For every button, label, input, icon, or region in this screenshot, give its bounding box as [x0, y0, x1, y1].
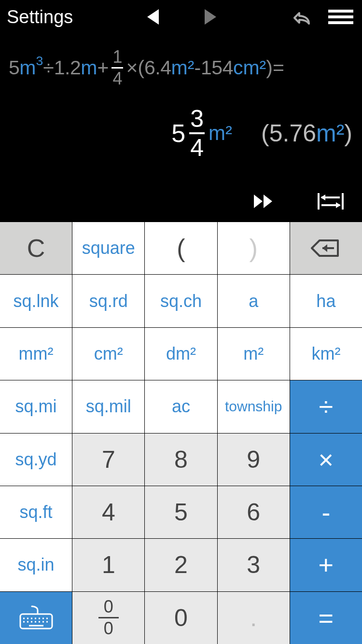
- display-area: 5 m 3 ÷ 1.2 m + 1 4 × ( 6.4 m² - 154 cm²…: [0, 34, 362, 222]
- expr-times: ×: [126, 58, 138, 78]
- hectare-button[interactable]: ha: [290, 275, 362, 327]
- expr-plus: +: [97, 58, 109, 78]
- sq-rd-button[interactable]: sq.rd: [72, 275, 144, 327]
- header-bar: Settings: [0, 0, 362, 34]
- are-button[interactable]: a: [218, 275, 290, 327]
- answer-whole: 5: [171, 119, 185, 148]
- fraction-num-label: 0: [104, 598, 113, 616]
- expr-div: ÷: [43, 58, 54, 78]
- svg-marker-10: [322, 244, 327, 252]
- fast-forward-icon[interactable]: [253, 193, 274, 210]
- sq-ft-button[interactable]: sq.ft: [0, 486, 72, 538]
- fraction-den-label: 0: [104, 620, 113, 637]
- expr-unit-1: m: [19, 58, 36, 78]
- sq-lnk-button[interactable]: sq.lnk: [0, 275, 72, 327]
- fraction-button[interactable]: 0 0: [72, 592, 144, 644]
- answer-mixed: 5 3 4 m²: [171, 107, 232, 160]
- cm2-button[interactable]: cm²: [72, 328, 144, 380]
- answers-row: 5 3 4 m² (5.76m²): [9, 107, 353, 160]
- answer-frac-den: 4: [189, 134, 205, 160]
- expr-fraction: 1 4: [111, 48, 123, 87]
- expr-num-4: 154: [201, 58, 233, 78]
- open-paren-button[interactable]: (: [145, 222, 217, 274]
- sq-mi-button[interactable]: sq.mi: [0, 380, 72, 433]
- one-button[interactable]: 1: [72, 539, 144, 591]
- expr-frac-den: 4: [111, 69, 123, 87]
- mm2-button[interactable]: mm²: [0, 328, 72, 380]
- answer-dec-val: 5.76: [269, 120, 316, 147]
- svg-marker-0: [254, 195, 263, 208]
- header-right: [291, 7, 353, 27]
- expr-num-2: 1.2: [54, 58, 81, 78]
- clear-button[interactable]: C: [0, 222, 72, 274]
- forward-arrow-icon[interactable]: [205, 9, 216, 25]
- equals-button[interactable]: =: [290, 592, 362, 644]
- km2-button[interactable]: km²: [290, 328, 362, 380]
- menu-icon[interactable]: [328, 10, 353, 24]
- answer-dec-close: ): [344, 120, 352, 147]
- square-toggle-button[interactable]: square: [72, 222, 144, 274]
- swap-icon[interactable]: [318, 191, 344, 211]
- fraction-icon: 0 0: [98, 598, 119, 637]
- divide-button[interactable]: ÷: [290, 380, 362, 433]
- add-button[interactable]: +: [290, 539, 362, 591]
- six-button[interactable]: 6: [218, 486, 290, 538]
- undo-icon[interactable]: [291, 7, 312, 27]
- expr-minus: -: [194, 58, 201, 78]
- svg-marker-7: [336, 202, 341, 208]
- expr-unit-2: m: [81, 58, 97, 78]
- expr-frac-num: 1: [111, 48, 123, 67]
- back-arrow-icon[interactable]: [147, 9, 159, 25]
- sq-yd-button[interactable]: sq.yd: [0, 434, 72, 486]
- two-button[interactable]: 2: [145, 539, 217, 591]
- multiply-button[interactable]: ×: [290, 434, 362, 486]
- answer-dec-open: (: [261, 120, 269, 147]
- answer-fraction: 3 4: [189, 107, 205, 160]
- three-button[interactable]: 3: [218, 539, 290, 591]
- eight-button[interactable]: 8: [145, 434, 217, 486]
- nine-button[interactable]: 9: [218, 434, 290, 486]
- subtract-button[interactable]: -: [290, 486, 362, 538]
- answer-unit: m²: [209, 122, 232, 145]
- decimal-point-button[interactable]: .: [218, 592, 290, 644]
- sq-ch-button[interactable]: sq.ch: [145, 275, 217, 327]
- keyboard-icon: [18, 605, 54, 630]
- backspace-icon: [311, 238, 341, 258]
- keypad: C square ( ) sq.lnk sq.rd sq.ch a ha mm²…: [0, 222, 362, 644]
- five-button[interactable]: 5: [145, 486, 217, 538]
- zero-button[interactable]: 0: [145, 592, 217, 644]
- acre-button[interactable]: ac: [145, 380, 217, 433]
- close-paren-button[interactable]: ): [218, 222, 290, 274]
- expr-num-3: 6.4: [144, 58, 171, 78]
- answer-decimal: (5.76m²): [261, 119, 352, 147]
- expr-unit-4: cm²: [233, 58, 266, 78]
- expr-open: (: [138, 58, 144, 78]
- expression: 5 m 3 ÷ 1.2 m + 1 4 × ( 6.4 m² - 154 cm²…: [9, 39, 353, 87]
- expr-sup-1: 3: [36, 55, 43, 68]
- svg-marker-5: [320, 195, 325, 200]
- four-button[interactable]: 4: [72, 486, 144, 538]
- expr-unit-3: m²: [171, 58, 195, 78]
- township-button[interactable]: township: [218, 380, 290, 433]
- display-tools: [9, 191, 353, 222]
- settings-button[interactable]: Settings: [7, 7, 73, 28]
- answer-dec-unit: m²: [316, 120, 344, 147]
- sq-in-button[interactable]: sq.in: [0, 539, 72, 591]
- m2-button[interactable]: m²: [218, 328, 290, 380]
- calculator-app: Settings 5 m 3 ÷ 1.2 m + 1: [0, 0, 362, 644]
- expr-num-1: 5: [9, 58, 19, 78]
- keyboard-button[interactable]: [0, 592, 72, 644]
- nav-arrows: [73, 9, 291, 25]
- dm2-button[interactable]: dm²: [145, 328, 217, 380]
- sq-mil-button[interactable]: sq.mil: [72, 380, 144, 433]
- svg-marker-1: [264, 195, 272, 208]
- backspace-button[interactable]: [290, 222, 362, 274]
- expr-close: ): [266, 58, 273, 78]
- expr-eq: =: [273, 58, 284, 78]
- seven-button[interactable]: 7: [72, 434, 144, 486]
- answer-frac-num: 3: [189, 107, 205, 132]
